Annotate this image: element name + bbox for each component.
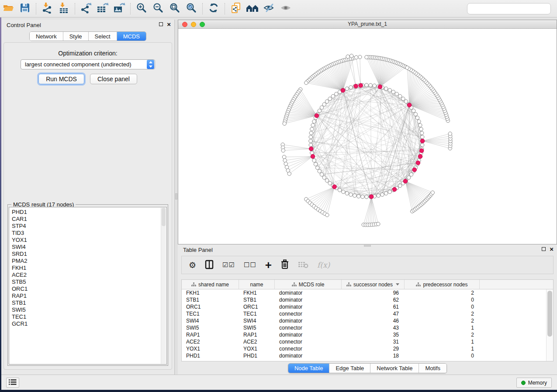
- zoom-in-button[interactable]: [133, 1, 150, 16]
- mcds-list-item[interactable]: GCR1: [9, 320, 166, 327]
- deselect-all-button[interactable]: ☐☐: [244, 258, 256, 272]
- tab-style[interactable]: Style: [63, 32, 89, 41]
- table-cell: 0: [405, 296, 480, 303]
- table-settings-button[interactable]: ⚙: [189, 258, 196, 272]
- column-header-predecessor-nodes[interactable]: predecessor nodes: [405, 280, 480, 289]
- mcds-list-item[interactable]: SWI5: [9, 306, 166, 313]
- scrollbar-thumb[interactable]: [547, 291, 552, 337]
- tab-node-table[interactable]: Node Table: [288, 364, 330, 373]
- show-columns-button[interactable]: [205, 258, 214, 272]
- list-icon: [9, 379, 17, 387]
- column-type-icon: [191, 282, 196, 287]
- table-cell: connector: [275, 324, 342, 331]
- delete-column-button[interactable]: [280, 258, 289, 272]
- mcds-list-item[interactable]: ACE2: [9, 272, 166, 279]
- table-row[interactable]: FKH1FKH1dominator962: [182, 289, 546, 296]
- export-table-button[interactable]: [94, 1, 111, 16]
- zoom-fit-button[interactable]: [166, 1, 183, 16]
- tab-edge-table[interactable]: Edge Table: [329, 364, 370, 373]
- tab-network-table[interactable]: Network Table: [370, 364, 419, 373]
- tab-network[interactable]: Network: [30, 32, 63, 41]
- save-session-button[interactable]: [17, 1, 33, 16]
- run-mcds-button[interactable]: Run MCDS: [38, 74, 84, 84]
- import-network-button[interactable]: [39, 1, 55, 16]
- mcds-list-item[interactable]: STB1: [9, 299, 166, 306]
- table-row[interactable]: ACE2ACE2connector311: [182, 338, 546, 345]
- scrollbar-thumb[interactable]: [162, 208, 166, 226]
- hide-selected-button[interactable]: [261, 1, 277, 16]
- create-column-button[interactable]: +: [265, 258, 272, 272]
- table-cell: 1: [405, 324, 480, 331]
- close-window-icon[interactable]: [182, 22, 187, 27]
- mcds-list-item[interactable]: STP4: [9, 223, 166, 230]
- table-row[interactable]: ORC1ORC1dominator610: [182, 303, 546, 310]
- mcds-list-item[interactable]: PHD1: [9, 209, 166, 216]
- minimize-window-icon[interactable]: [191, 22, 196, 27]
- table-cell: 18: [342, 352, 405, 359]
- network-graph[interactable]: [178, 29, 557, 244]
- network-window-titlebar[interactable]: YPA_prune.txt_1: [178, 20, 557, 29]
- close-panel-icon[interactable]: ×: [167, 22, 171, 27]
- show-all-button[interactable]: [277, 1, 294, 16]
- table-row[interactable]: STB1STB1dominator620: [182, 296, 546, 303]
- search-input[interactable]: [473, 4, 550, 13]
- column-type-icon: [346, 282, 351, 287]
- select-all-button[interactable]: ☑☑: [222, 258, 235, 272]
- folder-open-icon: [3, 3, 14, 14]
- close-panel-button[interactable]: Close panel: [90, 74, 137, 84]
- table-row[interactable]: SWI5SWI5connector431: [182, 324, 546, 331]
- float-panel-icon[interactable]: [542, 247, 546, 251]
- mcds-list-item[interactable]: ORC1: [9, 285, 166, 292]
- close-panel-icon[interactable]: ×: [550, 247, 554, 251]
- mcds-list-item[interactable]: CAR1: [9, 216, 166, 223]
- table-scrollbar[interactable]: [546, 289, 553, 361]
- column-header-successor-nodes[interactable]: successor nodes: [342, 280, 405, 289]
- column-header-mcds-role[interactable]: MCDS role: [275, 280, 342, 289]
- table-row[interactable]: RAP1RAP1dominator352: [182, 331, 546, 338]
- show-panels-button[interactable]: [6, 378, 19, 388]
- open-file-button[interactable]: [0, 1, 17, 16]
- mcds-list-item[interactable]: TID3: [9, 230, 166, 237]
- export-network-button[interactable]: [78, 1, 94, 16]
- column-header-shared-name[interactable]: shared name: [182, 280, 239, 289]
- table-row[interactable]: TEC1TEC1connector472: [182, 310, 546, 317]
- vertical-splitter[interactable]: [175, 20, 178, 375]
- maximize-window-icon[interactable]: [200, 22, 205, 27]
- function-builder-button[interactable]: f(x): [317, 258, 330, 272]
- delete-table-button[interactable]: [298, 258, 308, 272]
- table-row[interactable]: PHD1PHD1dominator180: [182, 352, 546, 359]
- mcds-list-item[interactable]: SRD1: [9, 251, 166, 258]
- mcds-list-item[interactable]: RAP1: [9, 292, 166, 299]
- zoom-selected-button[interactable]: [183, 1, 200, 16]
- mcds-list-scrollbar[interactable]: [161, 208, 166, 364]
- float-panel-icon[interactable]: [159, 22, 163, 26]
- mcds-list-item[interactable]: YOX1: [9, 237, 166, 244]
- main-toolbar: [0, 0, 557, 17]
- tab-motifs[interactable]: Motifs: [419, 364, 446, 373]
- mcds-list-item[interactable]: STB5: [9, 279, 166, 285]
- mcds-list-item[interactable]: FKH1: [9, 265, 166, 272]
- splitter-grip[interactable]: [175, 193, 177, 199]
- refresh-network-button[interactable]: [205, 1, 222, 16]
- table-cell: 31: [342, 338, 405, 345]
- export-image-icon: [113, 2, 125, 15]
- copy-network-button[interactable]: [228, 1, 244, 16]
- mcds-list-item[interactable]: TEC1: [9, 313, 166, 320]
- import-table-button[interactable]: [55, 1, 72, 16]
- mcds-list-item[interactable]: SWI4: [9, 244, 166, 251]
- mcds-list-item[interactable]: PMA2: [9, 258, 166, 265]
- zoom-out-button[interactable]: [150, 1, 166, 16]
- memory-button[interactable]: Memory: [516, 378, 552, 388]
- column-type-icon: [292, 282, 297, 287]
- column-header-name[interactable]: name: [239, 280, 275, 289]
- first-neighbors-button[interactable]: [244, 1, 261, 16]
- control-panel: Control Panel × Network Style Select MCD…: [1, 20, 175, 375]
- tab-select[interactable]: Select: [89, 32, 117, 41]
- criterion-dropdown[interactable]: largest connected component (undirected): [21, 59, 155, 69]
- export-image-button[interactable]: [111, 1, 128, 16]
- tab-mcds[interactable]: MCDS: [117, 32, 146, 41]
- table-cell: RAP1: [182, 331, 239, 338]
- table-row[interactable]: YOX1YOX1connector291: [182, 345, 546, 352]
- table-row[interactable]: SWI4SWI4dominator462: [182, 317, 546, 324]
- node-table: shared name name MCDS role successor nod…: [181, 279, 554, 361]
